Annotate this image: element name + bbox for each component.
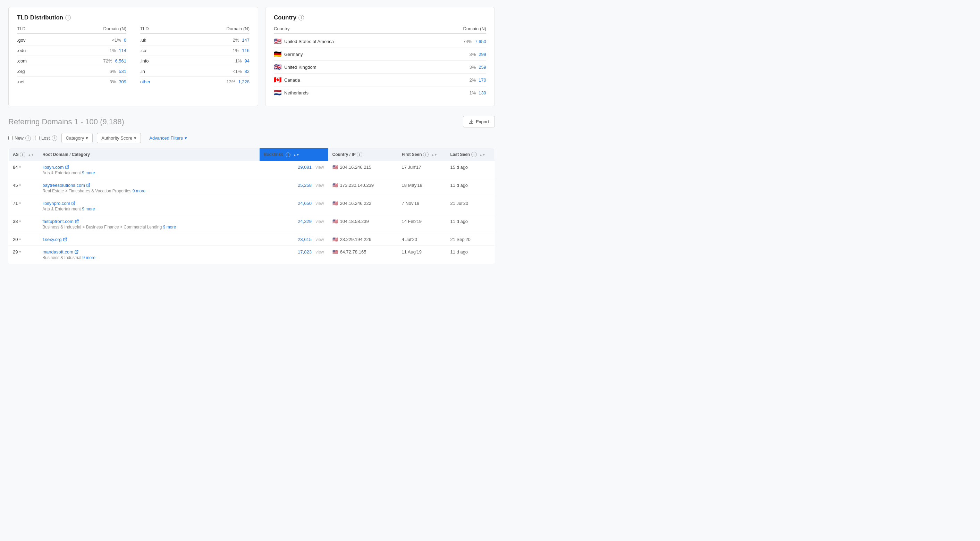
row-ip: 173.230.140.239 (340, 183, 374, 188)
country-header-name: Country (274, 26, 290, 31)
domain-link[interactable]: mandasoft.com (42, 249, 255, 255)
more-link[interactable]: 9 more (132, 188, 145, 193)
domain-link[interactable]: libsynpro.com (42, 201, 255, 206)
domain-category: Business & Industrial > Business Finance… (42, 225, 255, 230)
country-ip-info-icon[interactable]: i (357, 152, 362, 157)
as-expand-chevron[interactable]: ▾ (19, 237, 21, 242)
last-seen-cell: 21 Sep'20 (446, 233, 495, 246)
lost-checkbox-label[interactable]: Lost i (35, 136, 57, 141)
tld-link[interactable]: 94 (245, 58, 250, 64)
domain-cell: baytreesolutions.com Real Estate > Times… (38, 179, 259, 197)
tld-link[interactable]: 116 (242, 48, 250, 53)
advanced-filters-button[interactable]: Advanced Filters ▾ (145, 133, 191, 143)
last-seen-cell: 11 d ago (446, 179, 495, 197)
tld-link[interactable]: 6,561 (115, 58, 126, 64)
more-link[interactable]: 9 more (82, 207, 95, 211)
tld-link[interactable]: 531 (119, 69, 126, 74)
as-cell: 84 ▾ (9, 161, 38, 179)
tld-link[interactable]: 309 (119, 79, 126, 85)
first-seen-info-icon[interactable]: i (423, 152, 429, 157)
row-flag: 🇺🇸 (332, 201, 338, 206)
backlinks-sort-arrows[interactable]: ▲▼ (293, 153, 299, 156)
country-row: 🇨🇦 Canada 2% 170 (274, 73, 486, 86)
tld-link[interactable]: 82 (245, 69, 250, 74)
as-info-icon[interactable]: i (20, 152, 25, 157)
first-seen-cell: 7 Nov'19 (398, 197, 446, 215)
as-value: 38 (13, 219, 18, 224)
as-expand-chevron[interactable]: ▾ (19, 201, 21, 206)
new-checkbox-label[interactable]: New i (8, 136, 31, 141)
first-seen-sort-arrows[interactable]: ▲▼ (431, 153, 437, 156)
more-link[interactable]: 9 more (82, 171, 95, 176)
domain-category: Business & Industrial 9 more (42, 255, 255, 260)
export-button[interactable]: Export (463, 116, 495, 128)
backlinks-info-icon[interactable]: i (286, 152, 290, 157)
export-icon (469, 120, 474, 124)
tld-link[interactable]: 147 (242, 38, 250, 43)
flag-ca: 🇨🇦 (274, 76, 282, 84)
view-link[interactable]: view (315, 183, 324, 188)
first-seen-cell: 14 Feb'19 (398, 215, 446, 233)
backlinks-cell: 24,329 view (259, 215, 328, 233)
domain-cell: fastupfront.com Business & Industrial > … (38, 215, 259, 233)
tld-row: .net 3%309 (17, 77, 126, 87)
view-link[interactable]: view (315, 219, 324, 224)
domain-link[interactable]: fastupfront.com (42, 219, 255, 224)
new-info-icon[interactable]: i (25, 136, 31, 141)
as-expand-chevron[interactable]: ▾ (19, 250, 21, 254)
flag-de: 🇩🇪 (274, 50, 282, 58)
new-checkbox[interactable] (8, 136, 13, 140)
tld-link[interactable]: 114 (119, 48, 126, 53)
country-link[interactable]: 139 (479, 90, 486, 96)
last-seen-sort-arrows[interactable]: ▲▼ (479, 153, 485, 156)
tld-title-text: TLD Distribution (17, 14, 63, 21)
country-link[interactable]: 7,650 (475, 39, 486, 44)
view-link[interactable]: view (315, 165, 324, 170)
category-filter-button[interactable]: Category ▾ (61, 133, 93, 143)
more-link[interactable]: 9 more (163, 225, 176, 230)
tld-info-icon[interactable]: i (65, 15, 71, 21)
tld-col-1: TLD Domain (N) .gov <1%6 .edu 1%114 (17, 26, 126, 87)
country-link[interactable]: 259 (479, 65, 486, 70)
lost-info-icon[interactable]: i (52, 136, 57, 141)
backlinks-count: 24,650 (298, 201, 312, 206)
country-link[interactable]: 170 (479, 77, 486, 83)
row-flag: 🇺🇸 (332, 249, 338, 255)
table-row: 29 ▾ mandasoft.com Business & Industrial… (9, 246, 495, 264)
as-expand-chevron[interactable]: ▾ (19, 219, 21, 223)
external-link-icon (75, 250, 78, 254)
domains-table: AS i ▲▼ Root Domain / Category Backlinks… (8, 148, 495, 264)
last-seen-info-icon[interactable]: i (471, 152, 477, 157)
country-card: Country i Country Domain (N) 🇺🇸 United S… (265, 7, 495, 106)
country-ip-cell: 🇺🇸 173.230.140.239 (328, 179, 398, 197)
external-link-icon (86, 184, 90, 187)
country-info-icon[interactable]: i (298, 15, 304, 21)
as-expand-chevron[interactable]: ▾ (19, 165, 21, 169)
tld-link[interactable]: 1,228 (238, 79, 250, 85)
backlinks-count: 23,615 (298, 237, 312, 242)
referring-range: 1 - 100 (9,188) (74, 117, 124, 126)
as-sort-arrows[interactable]: ▲▼ (28, 153, 34, 156)
table-row: 38 ▾ fastupfront.com Business & Industri… (9, 215, 495, 233)
th-root-domain: Root Domain / Category (38, 148, 259, 161)
flag-gb: 🇬🇧 (274, 63, 282, 71)
more-link[interactable]: 9 more (83, 255, 95, 260)
tld-col1-header-tld: TLD (17, 26, 26, 31)
country-link[interactable]: 299 (479, 52, 486, 57)
as-value: 71 (13, 201, 18, 206)
lost-checkbox[interactable] (35, 136, 40, 140)
domain-link[interactable]: baytreesolutions.com (42, 183, 255, 188)
domain-link[interactable]: 1sexy.org (42, 237, 255, 242)
authority-score-filter-button[interactable]: Authority Score ▾ (97, 133, 141, 143)
view-link[interactable]: view (315, 250, 324, 255)
view-link[interactable]: view (315, 237, 324, 242)
row-flag: 🇺🇸 (332, 164, 338, 170)
as-expand-chevron[interactable]: ▾ (19, 183, 21, 188)
table-row: 84 ▾ libsyn.com Arts & Entertainment 9 m… (9, 161, 495, 179)
view-link[interactable]: view (315, 201, 324, 206)
domain-link[interactable]: libsyn.com (42, 164, 255, 170)
country-rows: 🇺🇸 United States of America 74% 7,650 🇩🇪… (274, 35, 486, 99)
th-first-seen: First Seen i ▲▼ (398, 148, 446, 161)
tld-link[interactable]: 6 (124, 38, 126, 43)
backlinks-cell: 23,615 view (259, 233, 328, 246)
